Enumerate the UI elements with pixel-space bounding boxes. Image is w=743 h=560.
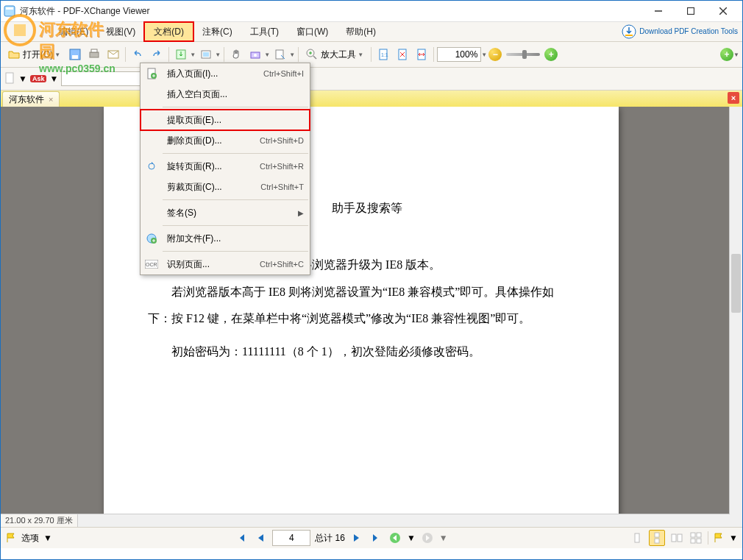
zoom-tool[interactable]: 放大工具 ▼ <box>302 46 368 63</box>
svg-rect-12 <box>90 52 99 57</box>
ask-toolbar-button[interactable]: Ask <box>30 75 47 82</box>
menu-tools[interactable]: 工具(T) <box>241 22 288 41</box>
layout-single-button[interactable] <box>630 531 644 545</box>
horizontal-scrollbar-area: 21.00 x 29.70 厘米 <box>1 514 730 527</box>
print-button[interactable] <box>85 46 103 63</box>
chevron-down-icon[interactable]: ▼ <box>49 74 58 84</box>
redo-button[interactable] <box>148 46 166 63</box>
menu-help[interactable]: 帮助(H) <box>337 22 385 41</box>
zoom-out-button[interactable]: − <box>488 48 502 61</box>
save-button[interactable] <box>66 46 84 63</box>
zoom-slider[interactable] <box>506 53 540 56</box>
last-icon <box>371 533 381 543</box>
chevron-down-icon[interactable]: ▼ <box>733 52 739 58</box>
layout-facing-button[interactable] <box>669 531 684 545</box>
nav-forward-button[interactable] <box>420 531 435 545</box>
add-button[interactable]: + <box>720 48 733 61</box>
menu-crop-pages[interactable]: 剪裁页面(C)... Ctrl+Shift+T <box>141 177 310 197</box>
redo-icon <box>151 49 163 60</box>
svg-rect-44 <box>678 534 682 542</box>
page-number-input[interactable] <box>272 530 310 546</box>
svg-rect-29 <box>6 73 13 83</box>
menu-comments[interactable]: 注释(C) <box>193 22 241 41</box>
flag-icon[interactable] <box>713 532 725 544</box>
secondary-toolbar: ▼ Ask ▼ <box>1 68 742 91</box>
chevron-down-icon: ▼ <box>358 52 363 58</box>
layout-continuous-icon <box>651 532 663 544</box>
chevron-down-icon[interactable]: ▼ <box>190 52 196 58</box>
menu-insert-pages[interactable]: 插入页面(I)... Ctrl+Shift+I <box>141 63 310 84</box>
menu-edit[interactable]: 编辑(E) <box>50 22 97 41</box>
menu-insert-blank[interactable]: 插入空白页面... <box>141 84 310 104</box>
next-page-button[interactable] <box>349 531 364 545</box>
tab-close-icon[interactable]: × <box>49 95 53 104</box>
maximize-button[interactable] <box>675 1 707 21</box>
layout-facing-icon <box>670 532 683 544</box>
options-button[interactable]: 选项 <box>21 532 39 545</box>
download-pdf-tools[interactable]: Download PDF Creation Tools <box>622 22 738 41</box>
layout-single-icon <box>631 532 643 544</box>
vertical-scrollbar[interactable] <box>729 107 742 527</box>
chevron-down-icon[interactable]: ▼ <box>481 52 487 58</box>
svg-point-19 <box>254 54 257 57</box>
layout-continuous-button[interactable] <box>649 530 665 546</box>
snapshot-tool[interactable] <box>246 46 264 63</box>
svg-rect-45 <box>691 533 695 537</box>
menu-document[interactable]: 文档(D) <box>144 22 193 41</box>
hand-tool[interactable] <box>227 46 245 63</box>
titlebar: 河东软件 - PDF-XChange Viewer <box>1 1 742 22</box>
minimize-button[interactable] <box>642 1 675 21</box>
svg-line-22 <box>313 56 316 59</box>
menu-signatures[interactable]: 签名(S) ▶ <box>141 202 310 223</box>
svg-rect-17 <box>203 52 209 57</box>
save-icon <box>69 49 81 60</box>
new-doc-button[interactable] <box>4 72 15 86</box>
svg-rect-13 <box>91 49 97 52</box>
open-button[interactable]: 打开(O) ▼ <box>4 46 65 63</box>
close-all-tabs[interactable]: × <box>728 92 739 104</box>
fit-page-button[interactable] <box>394 46 411 63</box>
close-button[interactable] <box>707 1 739 21</box>
chevron-down-icon: ▼ <box>54 52 60 58</box>
chevron-down-icon[interactable]: ▼ <box>729 533 738 543</box>
chevron-down-icon[interactable]: ▼ <box>439 533 448 543</box>
page-dimensions: 21.00 x 29.70 厘米 <box>1 514 78 527</box>
chevron-down-icon[interactable]: ▼ <box>215 52 221 58</box>
undo-icon <box>132 49 143 60</box>
zoom-in-button[interactable]: + <box>544 48 558 61</box>
menu-delete-pages[interactable]: 删除页面(D)... Ctrl+Shift+D <box>141 130 310 151</box>
zoom-input[interactable] <box>437 47 481 62</box>
scan-button[interactable] <box>197 46 215 63</box>
chevron-down-icon[interactable]: ▼ <box>18 74 27 84</box>
email-button[interactable] <box>104 46 122 63</box>
chevron-down-icon[interactable]: ▼ <box>43 533 52 543</box>
svg-rect-43 <box>672 534 676 542</box>
prev-page-button[interactable] <box>253 531 268 545</box>
menu-attachments[interactable]: 附加文件(F)... <box>141 228 310 249</box>
last-page-button[interactable] <box>369 531 383 545</box>
page-total-label: 总计 16 <box>315 532 345 545</box>
fit-width-button[interactable] <box>413 46 430 63</box>
svg-rect-3 <box>688 8 694 15</box>
undo-button[interactable] <box>129 46 146 63</box>
chevron-down-icon[interactable]: ▼ <box>289 52 295 58</box>
menu-window[interactable]: 窗口(W) <box>288 22 337 41</box>
chevron-down-icon[interactable]: ▼ <box>407 533 416 543</box>
first-icon <box>236 533 246 543</box>
next-icon <box>352 533 361 543</box>
actual-size-button[interactable]: 1:1 <box>374 46 392 63</box>
nav-back-button[interactable] <box>388 531 402 545</box>
document-tab[interactable]: 河东软件 × <box>2 91 60 107</box>
first-page-button[interactable] <box>234 531 249 545</box>
menu-view[interactable]: 视图(V) <box>97 22 144 41</box>
menu-ocr[interactable]: OCR 识别页面... Ctrl+Shift+C <box>141 254 310 274</box>
fit-page-icon <box>397 49 408 60</box>
menu-rotate-pages[interactable]: 旋转页面(R)... Ctrl+Shift+R <box>141 156 310 177</box>
layout-facing-continuous-button[interactable] <box>689 531 703 545</box>
document-menu: 插入页面(I)... Ctrl+Shift+I 插入空白页面... 提取页面(E… <box>140 63 310 275</box>
export-button[interactable] <box>172 46 190 63</box>
chevron-down-icon[interactable]: ▼ <box>264 52 270 58</box>
download-icon <box>622 24 636 39</box>
menu-extract-pages[interactable]: 提取页面(E)... <box>141 110 310 130</box>
select-tool[interactable] <box>271 46 289 63</box>
